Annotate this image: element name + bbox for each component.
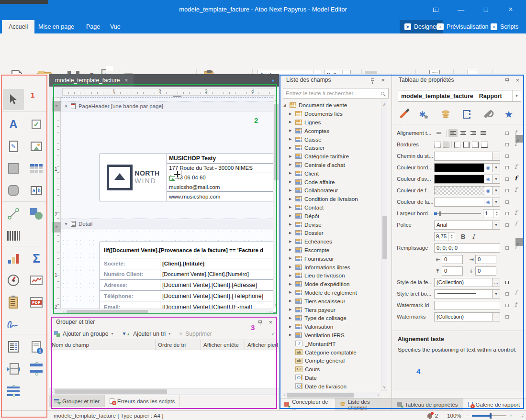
style-path-input[interactable]	[434, 152, 492, 161]
tree-item[interactable]: ▶Caisse	[282, 135, 377, 144]
expression-f-icon[interactable]: f	[515, 221, 517, 228]
scroll-left-icon[interactable]: ‹	[282, 393, 287, 398]
dash-style-preview[interactable]	[434, 289, 492, 298]
tree-item[interactable]: ▶Type de colisage	[282, 314, 377, 322]
ellipsis-button[interactable]: …	[492, 312, 500, 321]
tree-item[interactable]: ▶Centrale d'achat	[282, 161, 377, 169]
expand-icon[interactable]: ▶	[289, 256, 293, 260]
property-row-border-width[interactable]: Largeur bord... 1▲▼ f	[392, 208, 526, 219]
tool-attachment[interactable]	[3, 292, 24, 313]
table-row[interactable]: Téléphone: [Document Vente].[Client].[Té…	[100, 291, 276, 302]
tool-page-info[interactable]	[26, 336, 47, 357]
property-checkbox[interactable]	[505, 304, 509, 307]
expand-icon[interactable]: ▶	[289, 308, 293, 311]
column-header[interactable]: Ordre de tri	[156, 340, 201, 350]
property-row-border-color[interactable]: Couleur bord... ◉▾ f	[392, 162, 526, 173]
maximize-button[interactable]: □	[479, 4, 493, 15]
property-row-style-path[interactable]: Chemin du st... …	[392, 150, 526, 162]
pin-icon[interactable]	[258, 321, 262, 323]
property-checkbox[interactable]	[505, 281, 509, 284]
expression-f-icon[interactable]: f	[515, 140, 517, 147]
watermarks-value[interactable]: (Collection)	[434, 312, 492, 321]
tab-liste-des-champs[interactable]: Liste des champs	[336, 398, 392, 410]
tree-item[interactable]: ▶Catégorie tarifaire	[282, 152, 377, 161]
expand-icon[interactable]: ▶	[289, 274, 293, 277]
logo-cell[interactable]: NORTH WIND	[100, 154, 167, 201]
column-header[interactable]: Afficher pied	[245, 340, 279, 350]
document-tab[interactable]: modele_template_facture ×	[49, 74, 134, 87]
chevron-down-icon[interactable]: ▾	[512, 90, 521, 101]
border-right-button[interactable]	[472, 142, 479, 148]
expand-icon[interactable]: ▶	[289, 248, 293, 252]
property-row-padding-lr[interactable]: ⇤ 0 ⇥ 0	[392, 254, 526, 265]
border-bottom-button[interactable]	[481, 142, 488, 148]
expression-f-icon[interactable]: f	[515, 243, 517, 251]
property-row-line-color[interactable]: Couleur de la... ◉▾	[392, 196, 526, 208]
slider-thumb[interactable]	[439, 211, 441, 216]
spin-down-icon[interactable]: ▼	[496, 213, 498, 216]
property-row-style-sheet[interactable]: Style de la fe... (Collection)…	[392, 276, 526, 288]
tree-item[interactable]: 1,2Cours	[282, 365, 377, 374]
expression-f-icon[interactable]: f	[515, 129, 517, 136]
scroll-left-icon[interactable]: ‹	[49, 389, 55, 394]
add-group-button[interactable]: Ajouter un groupe ▾	[54, 331, 113, 337]
category-data-button[interactable]	[439, 107, 452, 122]
tab-mise-en-page[interactable]: Mise en page	[32, 20, 81, 33]
color-swatch-white[interactable]	[434, 198, 484, 207]
tree-item[interactable]: ▶Fournisseur	[282, 254, 377, 263]
description-splitter[interactable]: ·····	[392, 325, 526, 331]
expand-icon[interactable]: ▶	[289, 120, 293, 124]
tree-item[interactable]: ▶Acomptes	[282, 126, 377, 135]
expand-icon[interactable]: ▶	[289, 180, 293, 184]
pageheader-band-handle[interactable]: ≡	[52, 101, 61, 111]
chevron-down-icon[interactable]: ▾	[492, 186, 500, 195]
scroll-right-icon[interactable]: ›	[274, 389, 279, 394]
tree-item[interactable]: ▶Client	[282, 169, 377, 177]
border-none-button[interactable]	[434, 142, 441, 148]
chevron-down-icon[interactable]: ▾	[492, 221, 500, 230]
more-options-icon[interactable]: ∨	[271, 332, 274, 336]
scroll-left-icon[interactable]: ‹	[61, 309, 67, 314]
font-name-value[interactable]: Arial	[434, 221, 492, 230]
table-row[interactable]: Adresse: [Document Vente].[Client].[Adre…	[100, 280, 276, 291]
tree-item[interactable]: ▶Code affaire	[282, 177, 377, 186]
object-selector-combo[interactable]: modele_template_facture Rapport ▾	[398, 90, 521, 102]
tool-page-break[interactable]	[3, 358, 24, 379]
detail-band-strip[interactable]: ▼ Detail	[61, 219, 273, 229]
company-email-cell[interactable]: musicsho@mail.com	[167, 182, 276, 192]
scrollbar-thumb[interactable]	[287, 393, 354, 398]
border-width-spinner[interactable]: 1▲▼	[483, 209, 500, 218]
tree-item[interactable]: ▶Escompte	[282, 246, 377, 254]
client-detail-table[interactable]: Iif([Document Vente].[Provenance de la f…	[100, 242, 277, 313]
minimize-button[interactable]: —	[454, 4, 468, 15]
tree-item[interactable]: ▶Echéances	[282, 237, 377, 246]
expand-icon[interactable]: ▶	[289, 290, 293, 294]
tab-tableau-proprietes[interactable]: Tableau de propriétés	[392, 398, 463, 410]
category-layout-button[interactable]	[460, 107, 473, 122]
tree-item[interactable]: ▶Lieu de livraison	[282, 271, 377, 280]
detail-band-content[interactable]: Iif([Document Vente].[Provenance de la f…	[61, 230, 273, 308]
expand-icon[interactable]: ▶	[289, 171, 293, 175]
spin-down-icon[interactable]: ▼	[451, 236, 453, 239]
close-tab-icon[interactable]: ×	[124, 77, 128, 84]
expand-icon[interactable]: ▶	[289, 333, 293, 337]
expression-f-icon[interactable]: f	[515, 186, 517, 193]
expand-icon[interactable]: ▶	[289, 163, 293, 166]
company-address-cell[interactable]: 177 Route du Test - 30000 NIMES	[167, 164, 276, 173]
tree-item[interactable]: ▶Informations libres	[282, 263, 377, 271]
tree-item[interactable]: ▶Tiers encaisseur	[282, 297, 377, 305]
tab-vue[interactable]: Vue	[103, 20, 127, 33]
scroll-right-icon[interactable]: ›	[376, 393, 381, 398]
border-left-button[interactable]	[454, 142, 460, 148]
expression-f-icon[interactable]: f	[515, 175, 517, 182]
tree-item[interactable]: ▶Dépôt	[282, 211, 377, 220]
tool-table-of-contents[interactable]	[3, 336, 24, 357]
chevron-down-icon[interactable]: ▾	[492, 163, 500, 172]
expand-icon[interactable]: ▶	[289, 146, 293, 150]
align-lines-button[interactable]	[434, 129, 443, 137]
tool-label[interactable]: A	[3, 114, 24, 135]
company-name-cell[interactable]: MUSICHOP Testy	[167, 154, 276, 164]
expand-icon[interactable]: ▶	[289, 299, 293, 303]
tree-item[interactable]: ▶Mode d'expédition	[282, 280, 377, 288]
tab-grouper-et-trier[interactable]: Grouper et trier	[49, 395, 105, 407]
